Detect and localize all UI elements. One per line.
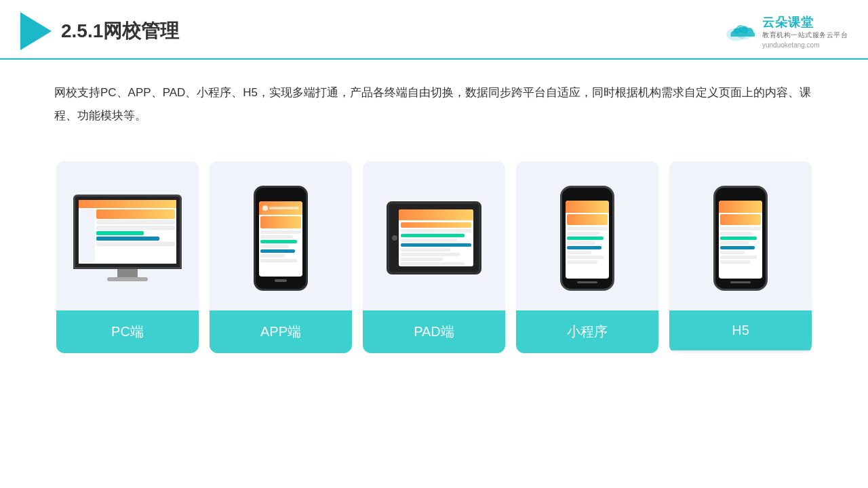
svg-point-4 bbox=[742, 27, 749, 34]
card-pad: PAD端 bbox=[363, 161, 505, 353]
card-pad-label: PAD端 bbox=[363, 310, 505, 353]
card-mini: 小程序 bbox=[516, 161, 658, 353]
card-h5: H5 bbox=[669, 161, 812, 353]
logo-triangle-icon bbox=[20, 12, 52, 50]
cards-container: PC端 bbox=[0, 148, 868, 367]
phone-mockup-app bbox=[254, 186, 308, 291]
card-app-image bbox=[210, 161, 352, 310]
mini-phone-mini bbox=[560, 186, 614, 291]
card-pad-image bbox=[363, 161, 505, 310]
card-h5-image bbox=[669, 161, 812, 310]
header-right: 云朵课堂 教育机构一站式服务云平台 yunduoketang.com bbox=[724, 14, 848, 49]
pc-mockup bbox=[73, 195, 182, 281]
card-mini-image bbox=[516, 161, 658, 310]
brand-text: 云朵课堂 教育机构一站式服务云平台 yunduoketang.com bbox=[762, 14, 848, 49]
header-left: 2.5.1网校管理 bbox=[20, 12, 179, 50]
pad-mockup bbox=[387, 201, 481, 274]
card-app-label: APP端 bbox=[210, 310, 352, 353]
description: 网校支持PC、APP、PAD、小程序、H5，实现多端打通，产品各终端自由切换，数… bbox=[0, 60, 868, 141]
brand-name: 云朵课堂 bbox=[762, 14, 814, 30]
description-text: 网校支持PC、APP、PAD、小程序、H5，实现多端打通，产品各终端自由切换，数… bbox=[54, 81, 814, 127]
card-pc-image bbox=[56, 161, 199, 310]
brand-slogan: 教育机构一站式服务云平台 bbox=[762, 30, 848, 40]
card-app: APP端 bbox=[210, 161, 352, 353]
svg-point-3 bbox=[734, 28, 739, 34]
cloud-icon bbox=[724, 20, 757, 42]
card-pc-label: PC端 bbox=[56, 310, 199, 353]
card-h5-label: H5 bbox=[669, 310, 812, 350]
brand-url: yunduoketang.com bbox=[762, 41, 820, 49]
header: 2.5.1网校管理 云朵课堂 教育机构一站式服务云平台 yunduoketang… bbox=[0, 0, 868, 60]
card-mini-label: 小程序 bbox=[516, 310, 658, 353]
brand-logo: 云朵课堂 教育机构一站式服务云平台 yunduoketang.com bbox=[724, 14, 848, 49]
page-title: 2.5.1网校管理 bbox=[61, 18, 179, 44]
card-pc: PC端 bbox=[56, 161, 199, 353]
mini-phone-h5 bbox=[713, 186, 768, 291]
